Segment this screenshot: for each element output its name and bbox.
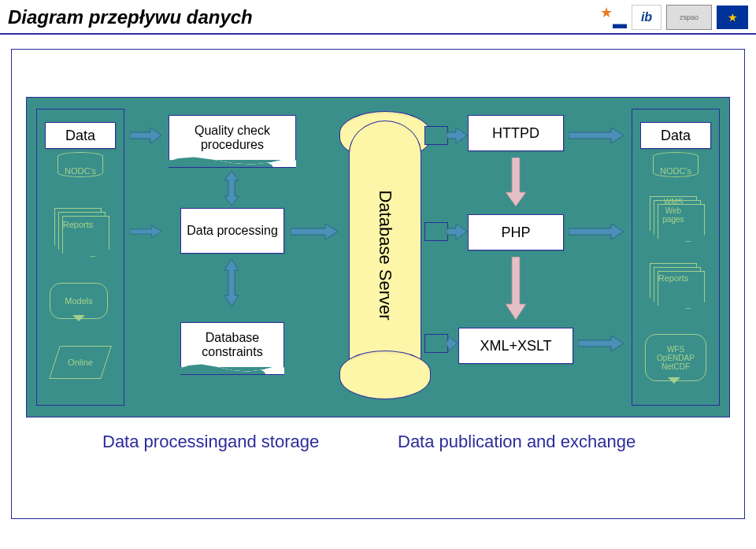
right-wfs-bubble-icon: WFS OpENDAP NetCDF: [645, 334, 706, 381]
svg-marker-12: [578, 336, 624, 351]
quality-check-label: Quality check procedures: [169, 116, 295, 160]
httpd-box: HTTPD: [468, 115, 564, 151]
xml-xslt-box: XML+XSLT: [458, 328, 573, 364]
arrow-right-icon: [569, 126, 624, 145]
arrow-right-icon: [291, 222, 338, 241]
svg-marker-11: [569, 224, 624, 239]
right-column: Data NODC's WMS Web pages Reports WFS Op…: [632, 109, 720, 406]
right-reports-stack-icon: Reports: [650, 263, 697, 301]
arrow-right-icon: [447, 126, 467, 145]
svg-marker-6: [447, 224, 467, 239]
connector-stub: [424, 222, 448, 241]
zsp-logo-icon: zspao: [666, 5, 712, 30]
left-data-box: Data: [45, 122, 116, 149]
svg-marker-5: [447, 128, 467, 143]
right-wms-label: WMS Web pages: [662, 198, 685, 224]
arrow-right-icon: [130, 222, 161, 241]
arrow-right-icon: [578, 334, 624, 353]
left-nodc-cylinder-icon: NODC's: [57, 152, 103, 177]
left-reports-label: Reports: [63, 220, 94, 229]
star-logo-icon: [598, 6, 627, 29]
right-wms-stack-icon: WMS Web pages: [650, 196, 697, 234]
ib-logo-icon: ib: [632, 5, 662, 30]
svg-marker-9: [506, 257, 526, 320]
svg-marker-2: [130, 128, 161, 143]
db-cylinder-bottom-icon: [339, 351, 431, 399]
left-nodc-label: NODC's: [58, 166, 102, 176]
arrow-right-icon: [447, 222, 467, 241]
arrow-right-icon: [447, 334, 458, 353]
arrow-ud-icon: [221, 169, 242, 208]
arrow-down-icon: [506, 158, 526, 206]
left-models-bubble-icon: Models: [50, 283, 108, 319]
left-online-label: Online: [55, 347, 106, 378]
right-nodc-cylinder-icon: NODC's: [653, 152, 699, 177]
php-box: PHP: [468, 214, 564, 250]
arrow-down-icon: [506, 257, 526, 320]
db-constraints-label: Database constraints: [181, 323, 284, 367]
left-reports-stack-icon: Reports: [54, 208, 102, 249]
svg-marker-1: [224, 259, 239, 306]
logo-group: ib zspao ★: [598, 5, 748, 30]
svg-marker-4: [291, 224, 338, 239]
slide-header: Diagram przepływu danych ib zspao ★: [0, 0, 756, 35]
svg-marker-3: [130, 225, 161, 237]
data-processing-box: Data processing: [180, 208, 284, 254]
database-server-label: Database Server: [375, 190, 395, 320]
connector-stub: [424, 334, 448, 353]
caption-right: Data publication and exchange: [398, 432, 636, 452]
diagram-canvas: Data NODC's Reports Models Online Data: [26, 97, 730, 417]
left-online-para-icon: Online: [49, 346, 112, 379]
connector-stub: [424, 126, 448, 145]
svg-marker-0: [224, 171, 239, 206]
db-constraints-doc: Database constraints: [180, 322, 284, 367]
quality-check-doc: Quality check procedures: [169, 115, 296, 160]
caption-left: Data processingand storage: [102, 432, 319, 452]
svg-marker-7: [447, 336, 458, 351]
left-column: Data NODC's Reports Models Online: [36, 109, 124, 406]
slide-frame: Data NODC's Reports Models Online Data: [11, 49, 745, 519]
arrow-right-icon: [569, 222, 624, 241]
page-title: Diagram przepływu danych: [8, 6, 598, 28]
svg-marker-10: [569, 128, 624, 143]
right-nodc-label: NODC's: [654, 166, 698, 176]
svg-marker-8: [506, 158, 526, 206]
eu-flag-icon: ★: [717, 6, 748, 29]
right-data-box: Data: [640, 122, 711, 149]
database-server: Database Server: [346, 117, 424, 393]
arrow-right-icon: [130, 126, 161, 145]
right-wfs-label: WFS OpENDAP NetCDF: [646, 335, 706, 380]
arrow-ud-icon: [221, 263, 242, 302]
left-models-label: Models: [50, 284, 107, 318]
right-reports-label: Reports: [658, 273, 689, 283]
